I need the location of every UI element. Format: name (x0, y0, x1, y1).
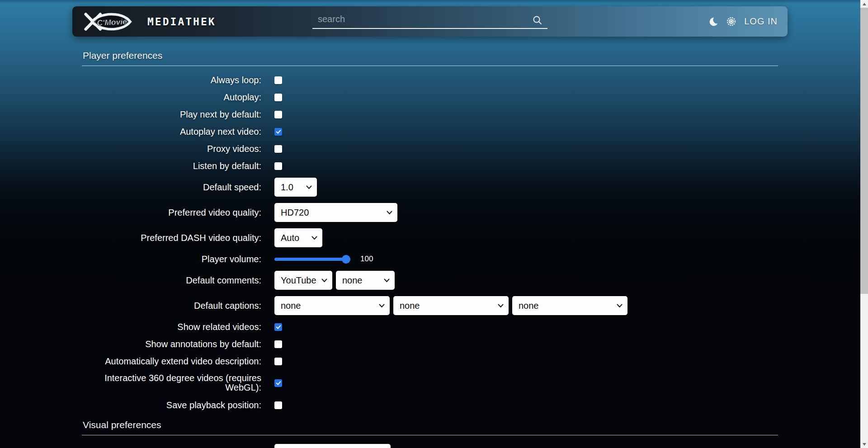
pref-row-auto-extend-description: Automatically extend video description: (82, 353, 778, 370)
default-comments-mode-select[interactable]: none (336, 271, 395, 290)
autoplay-checkbox[interactable] (274, 94, 282, 101)
search-input[interactable] (312, 12, 547, 29)
player-volume-slider[interactable] (274, 258, 350, 261)
play-next-checkbox[interactable] (274, 111, 282, 118)
dark-mode-moon-icon[interactable] (708, 17, 718, 27)
pref-row-show-annotations: Show annotations by default: (82, 335, 778, 353)
default-comments-source-select[interactable]: YouTube (274, 271, 332, 290)
pref-row-default-speed: Default speed: 1.0 (82, 174, 778, 200)
brand-title: MEDIATHEK (147, 16, 216, 28)
navbar: C'Movie MEDIATHEK LOG IN (72, 6, 788, 37)
preferred-video-quality-label: Preferred video quality: (82, 208, 261, 217)
scroll-up-arrow-icon (863, 3, 866, 5)
settings-gear-icon[interactable] (726, 16, 736, 27)
pref-row-language: Language: English (82, 441, 778, 448)
scrollbar-down-button[interactable] (860, 440, 868, 448)
player-volume-value: 100 (360, 255, 373, 264)
scrollbar[interactable] (860, 0, 868, 448)
save-playback-position-label: Save playback position: (82, 401, 261, 410)
default-captions-select-2[interactable]: none (393, 296, 509, 315)
auto-extend-description-checkbox[interactable] (274, 358, 282, 365)
proxy-videos-checkbox[interactable] (274, 145, 282, 153)
app-logo-fish-icon: C'Movie (81, 11, 138, 32)
interactive-360-label: Interactive 360 degree videos (requires … (82, 373, 261, 392)
preferred-video-quality-select[interactable]: HD720 (274, 203, 397, 222)
pref-row-show-related: Show related videos: (82, 318, 778, 335)
scroll-down-arrow-icon (863, 443, 866, 446)
pref-row-save-playback-position: Save playback position: (82, 396, 778, 414)
login-link[interactable]: LOG IN (744, 16, 778, 27)
autoplay-next-video-label: Autoplay next video: (82, 127, 261, 137)
pref-row-default-comments: Default comments: YouTube none (82, 268, 778, 293)
visual-preferences-rows: Language: English (82, 441, 778, 448)
preferred-dash-quality-select[interactable]: Auto (274, 228, 322, 247)
default-captions-label: Default captions: (82, 301, 261, 311)
section-title-player-preferences: Player preferences (82, 37, 778, 66)
preferred-dash-quality-label: Preferred DASH video quality: (82, 233, 261, 243)
show-annotations-label: Show annotations by default: (82, 340, 261, 349)
interactive-360-checkbox[interactable] (274, 379, 282, 387)
show-annotations-checkbox[interactable] (274, 340, 282, 348)
play-next-label: Play next by default: (82, 110, 261, 119)
pref-row-preferred-dash-quality: Preferred DASH video quality: Auto (82, 225, 778, 250)
scrollbar-thumb[interactable] (860, 8, 868, 294)
autoplay-label: Autoplay: (82, 93, 261, 102)
auto-extend-description-label: Automatically extend video description: (82, 357, 261, 366)
default-captions-select-3[interactable]: none (512, 296, 627, 315)
listen-by-default-checkbox[interactable] (274, 162, 282, 170)
search-bar (312, 12, 547, 32)
default-comments-label: Default comments: (82, 276, 261, 285)
default-captions-select-1[interactable]: none (274, 296, 390, 315)
pref-row-interactive-360: Interactive 360 degree videos (requires … (82, 370, 778, 396)
pref-row-default-captions: Default captions: none none none (82, 293, 778, 318)
default-speed-select[interactable]: 1.0 (274, 178, 317, 197)
logo-text: C'Movie (97, 17, 127, 27)
pref-row-listen-by-default: Listen by default: (82, 157, 778, 174)
pref-row-player-volume: Player volume: 100 (82, 250, 778, 268)
pref-row-proxy-videos: Proxy videos: (82, 140, 778, 157)
show-related-label: Show related videos: (82, 322, 261, 332)
proxy-videos-label: Proxy videos: (82, 144, 261, 154)
search-icon[interactable] (532, 15, 543, 26)
pref-row-preferred-video-quality: Preferred video quality: HD720 (82, 200, 778, 225)
pref-row-always-loop: Always loop: (82, 71, 778, 89)
always-loop-checkbox[interactable] (274, 76, 282, 84)
scrollbar-up-button[interactable] (860, 0, 868, 8)
language-select[interactable]: English (274, 444, 391, 448)
default-speed-label: Default speed: (82, 183, 261, 192)
preferences-page: Player preferences Always loop: Autoplay… (82, 37, 778, 448)
player-volume-label: Player volume: (82, 255, 261, 264)
listen-by-default-label: Listen by default: (82, 161, 261, 171)
always-loop-label: Always loop: (82, 75, 261, 85)
brand[interactable]: C'Movie MEDIATHEK (81, 11, 216, 32)
autoplay-next-video-checkbox[interactable] (274, 128, 282, 136)
pref-row-autoplay-next-video: Autoplay next video: (82, 123, 778, 140)
save-playback-position-checkbox[interactable] (274, 401, 282, 409)
player-preferences-rows: Always loop: Autoplay: Play next by defa… (82, 71, 778, 414)
pref-row-autoplay: Autoplay: (82, 89, 778, 106)
section-title-visual-preferences: Visual preferences (82, 414, 778, 435)
navbar-right: LOG IN (708, 6, 778, 37)
pref-row-play-next: Play next by default: (82, 106, 778, 123)
show-related-checkbox[interactable] (274, 323, 282, 331)
